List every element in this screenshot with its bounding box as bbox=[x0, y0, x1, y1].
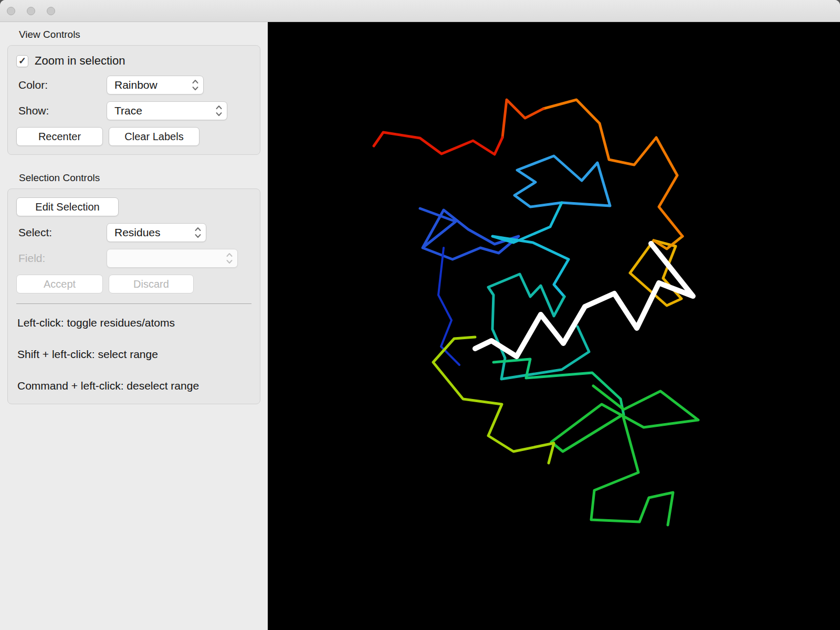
color-dropdown-value: Rainbow bbox=[114, 79, 158, 91]
window-content: View Controls ✓ Zoom in selection Color:… bbox=[0, 22, 840, 630]
selection-buttons-row: Accept Discard bbox=[16, 275, 251, 293]
trace-segment-sky-blue bbox=[514, 156, 610, 207]
trace-segment-amber bbox=[654, 236, 682, 249]
accept-button: Accept bbox=[16, 275, 103, 293]
window-controls bbox=[7, 7, 55, 15]
app-window: View Controls ✓ Zoom in selection Color:… bbox=[0, 0, 840, 630]
controls-sidebar: View Controls ✓ Zoom in selection Color:… bbox=[0, 22, 268, 630]
chevron-up-down-icon bbox=[191, 78, 200, 92]
clear-labels-button[interactable]: Clear Labels bbox=[109, 127, 200, 146]
zoom-in-selection-row: ✓ Zoom in selection bbox=[16, 54, 251, 68]
view-controls-group: ✓ Zoom in selection Color: Rainbow Show: bbox=[7, 45, 260, 155]
selection-controls-group: Edit Selection Select: Residues Field: bbox=[7, 188, 260, 404]
select-dropdown-value: Residues bbox=[114, 226, 161, 239]
selection-controls-title: Selection Controls bbox=[19, 172, 268, 184]
zoom-in-selection-label: Zoom in selection bbox=[35, 54, 125, 68]
view-controls-title: View Controls bbox=[19, 29, 268, 40]
field-row: Field: bbox=[16, 249, 251, 268]
show-row: Show: Trace bbox=[16, 101, 251, 120]
chevron-up-down-icon bbox=[225, 251, 234, 266]
show-label: Show: bbox=[16, 104, 107, 117]
discard-button: Discard bbox=[109, 275, 194, 293]
zoom-in-selection-checkbox[interactable]: ✓ bbox=[16, 55, 28, 67]
color-row: Color: Rainbow bbox=[16, 76, 251, 94]
color-dropdown[interactable]: Rainbow bbox=[107, 76, 204, 94]
select-row: Select: Residues bbox=[16, 223, 251, 242]
trace-segment-green bbox=[551, 386, 698, 525]
view-buttons-row: Recenter Clear Labels bbox=[16, 127, 251, 146]
zoom-button[interactable] bbox=[47, 7, 55, 15]
chevron-up-down-icon bbox=[214, 103, 224, 118]
show-dropdown-value: Trace bbox=[114, 104, 142, 117]
field-dropdown bbox=[107, 249, 238, 268]
chevron-up-down-icon bbox=[193, 225, 203, 240]
color-label: Color: bbox=[16, 79, 107, 91]
minimize-button[interactable] bbox=[27, 7, 35, 15]
help-line-command-click: Command + left-click: deselect range bbox=[17, 380, 251, 392]
select-label: Select: bbox=[16, 226, 107, 239]
trace-segment-orange bbox=[543, 100, 682, 236]
help-divider bbox=[16, 303, 251, 304]
help-line-left-click: Left-click: toggle residues/atoms bbox=[17, 317, 251, 329]
trace-segment-blue bbox=[420, 208, 519, 259]
select-dropdown[interactable]: Residues bbox=[107, 223, 206, 242]
trace-segment-dark-blue bbox=[438, 248, 459, 365]
molecule-viewport[interactable] bbox=[268, 22, 840, 630]
trace-segment-red bbox=[374, 132, 502, 154]
title-bar bbox=[0, 0, 840, 22]
show-dropdown[interactable]: Trace bbox=[107, 101, 227, 120]
trace-segment-red-orange bbox=[502, 100, 543, 138]
recenter-button[interactable]: Recenter bbox=[16, 127, 103, 146]
protein-trace bbox=[268, 22, 840, 630]
field-label: Field: bbox=[16, 252, 107, 265]
check-icon: ✓ bbox=[18, 56, 26, 66]
help-line-shift-click: Shift + left-click: select range bbox=[17, 348, 251, 361]
edit-selection-button[interactable]: Edit Selection bbox=[16, 197, 119, 216]
close-button[interactable] bbox=[7, 7, 15, 15]
